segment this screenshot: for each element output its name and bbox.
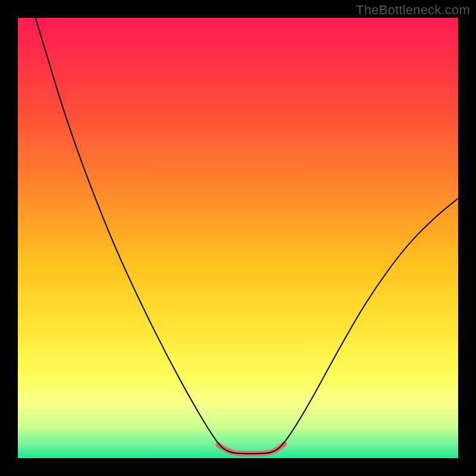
chart-frame: TheBottleneck.com [0,0,476,476]
bottleneck-chart [0,0,476,476]
watermark-text: TheBottleneck.com [356,2,470,18]
gradient-background [18,18,458,458]
